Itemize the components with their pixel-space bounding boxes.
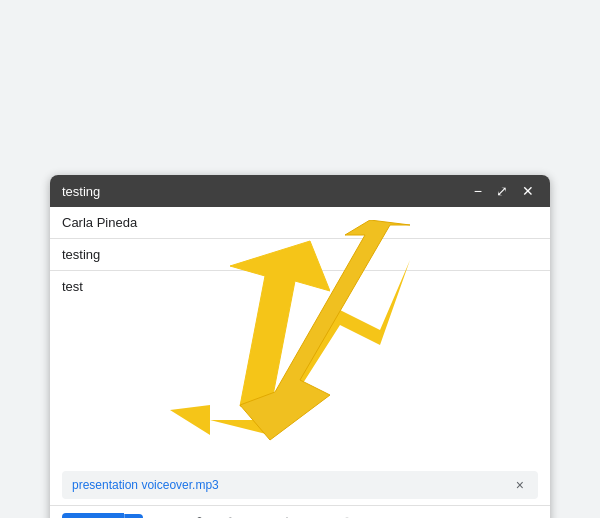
- attach-file-button[interactable]: [183, 513, 211, 518]
- insert-link-button[interactable]: [213, 513, 241, 518]
- more-options-button[interactable]: ⋮: [393, 513, 421, 518]
- drive-button[interactable]: [273, 513, 301, 518]
- compose-title: testing: [62, 184, 100, 199]
- send-button-group: Send ▾: [62, 513, 143, 519]
- to-value: Carla Pineda: [62, 215, 137, 230]
- body-text: test: [62, 279, 83, 294]
- close-button[interactable]: ✕: [518, 182, 538, 200]
- compose-body[interactable]: test: [50, 271, 550, 471]
- insert-photo-button[interactable]: [303, 513, 331, 518]
- send-button[interactable]: Send: [62, 513, 124, 519]
- discard-button[interactable]: [510, 512, 538, 518]
- send-dropdown-button[interactable]: ▾: [124, 514, 143, 519]
- minimize-button[interactable]: −: [470, 182, 486, 200]
- signature-button[interactable]: [363, 513, 391, 518]
- attachment-bar: presentation voiceover.mp3 ×: [62, 471, 538, 499]
- emoji-button[interactable]: ☺: [243, 513, 271, 518]
- compose-header: testing − ⤢ ✕: [50, 175, 550, 207]
- to-field: Carla Pineda: [50, 207, 550, 239]
- attachment-close-button[interactable]: ×: [512, 477, 528, 493]
- header-actions: − ⤢ ✕: [470, 182, 538, 200]
- compose-toolbar: Send ▾ A ☺: [50, 505, 550, 518]
- format-text-button[interactable]: A: [153, 513, 181, 518]
- attachment-filename: presentation voiceover.mp3: [72, 478, 219, 492]
- subject-value: testing: [62, 247, 100, 262]
- expand-button[interactable]: ⤢: [492, 182, 512, 200]
- confidential-button[interactable]: [333, 513, 361, 518]
- subject-field: testing: [50, 239, 550, 271]
- compose-window: testing − ⤢ ✕ Carla Pineda testing test …: [50, 175, 550, 518]
